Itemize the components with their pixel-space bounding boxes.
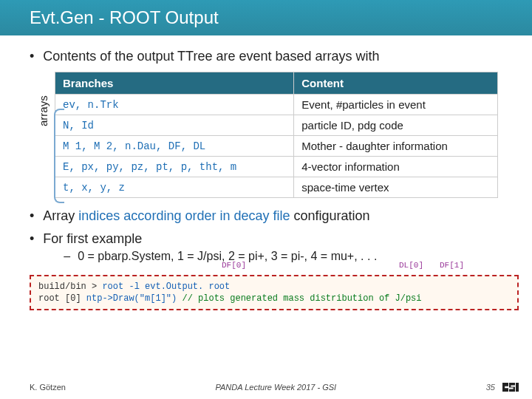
branches-table-wrap: arrays Branches Content ev, n.TrkEvent, … bbox=[55, 72, 508, 198]
sub-example-mapping: 0 = pbarp.System, 1 = J/psi, 2 = pi+, 3 … bbox=[64, 250, 508, 263]
table-row: M 1, M 2, n.Dau, DF, DLMother - daughter… bbox=[55, 136, 498, 157]
th-content: Content bbox=[294, 72, 498, 95]
arrays-label: arrays bbox=[37, 95, 50, 126]
footer-center: PANDA Lecture Week 2017 - GSI bbox=[216, 383, 337, 392]
gsi-logo-icon bbox=[502, 383, 519, 392]
page-number: 35 bbox=[486, 383, 495, 392]
bullet-example: For first example 0 = pbarp.System, 1 = … bbox=[30, 231, 508, 266]
footer: K. Götzen PANDA Lecture Week 2017 - GSI … bbox=[0, 383, 532, 392]
th-branches: Branches bbox=[55, 72, 294, 95]
table-row: t, x, y, zspace-time vertex bbox=[55, 177, 498, 198]
title-bar: Evt.Gen - ROOT Output bbox=[0, 0, 532, 35]
arrays-bracket bbox=[54, 109, 64, 203]
footer-author: K. Götzen bbox=[30, 383, 66, 392]
code-box: build/bin > root -l evt.Output. root roo… bbox=[30, 275, 519, 310]
table-row: N, Idparticle ID, pdg code bbox=[55, 115, 498, 136]
branches-table: Branches Content ev, n.TrkEvent, #partic… bbox=[55, 72, 498, 198]
table-row: E, px, py, pz, pt, p, tht, m4-vector inf… bbox=[55, 157, 498, 177]
bullet-contents: Contents of the output TTree are event b… bbox=[30, 49, 508, 64]
table-row: ev, n.TrkEvent, #particles in event bbox=[55, 95, 498, 115]
slide-content: Contents of the output TTree are event b… bbox=[0, 35, 532, 266]
bullet-indices: Array indices according order in decay f… bbox=[30, 208, 508, 224]
slide-title: Evt.Gen - ROOT Output bbox=[30, 7, 219, 28]
